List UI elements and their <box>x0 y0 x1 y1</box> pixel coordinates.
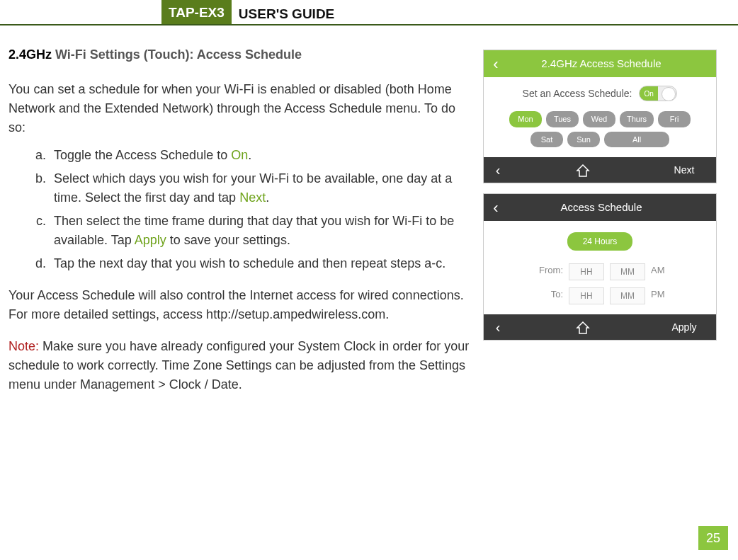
fig2-body: 24 Hours From: HH MM AM To: HH MM PM <box>484 221 716 314</box>
section-title-rest: Wi-Fi Settings (Touch): Access Schedule <box>52 47 302 62</box>
toggle-on[interactable]: On <box>639 86 677 101</box>
fig1-body: Set an Access Schedule: On Mon Tues Wed … <box>484 77 716 157</box>
note-text: Make sure you have already configured yo… <box>8 339 469 392</box>
footer-back-icon[interactable]: ‹ <box>484 159 512 181</box>
from-mm[interactable]: MM <box>610 263 645 280</box>
to-hh[interactable]: HH <box>569 287 604 304</box>
after-paragraph: Your Access Schedule will also control t… <box>8 286 470 324</box>
fig1-set-row: Set an Access Schedule: On <box>494 86 706 101</box>
step-d: Tap the next day that you wish to schedu… <box>50 254 470 273</box>
intro-paragraph: You can set a schedule for when your Wi-… <box>8 80 470 137</box>
fig2-footer: ‹ Apply <box>484 314 716 340</box>
doc-header: TAP-EX3 USER'S GUIDE <box>0 0 738 25</box>
to-ampm[interactable]: PM <box>651 287 679 304</box>
note-paragraph: Note: Make sure you have already configu… <box>8 337 470 394</box>
section-title: 2.4GHz Wi-Fi Settings (Touch): Access Sc… <box>8 45 470 64</box>
day-pill-wed[interactable]: Wed <box>583 111 615 127</box>
fig2-apply-button[interactable]: Apply <box>652 320 716 335</box>
from-label: From: <box>521 263 563 280</box>
day-pill-all[interactable]: All <box>604 132 669 148</box>
step-c-apply: Apply <box>135 233 166 247</box>
to-label: To: <box>521 287 563 304</box>
step-b: Select which days you wish for your Wi-F… <box>50 169 470 207</box>
footer-back-icon[interactable]: ‹ <box>484 316 512 338</box>
fig1-next-button[interactable]: Next <box>652 163 716 178</box>
step-a-pre: Toggle the Access Schedule to <box>54 148 231 162</box>
step-c: Then select the time frame during that d… <box>50 212 470 250</box>
time-grid: From: HH MM AM To: HH MM PM <box>494 263 706 304</box>
hours-badge[interactable]: 24 Hours <box>567 232 633 251</box>
text-column: 2.4GHz Wi-Fi Settings (Touch): Access Sc… <box>8 45 470 403</box>
fig1-footer: ‹ Next <box>484 157 716 183</box>
footer-home[interactable] <box>512 321 652 333</box>
day-pill-fri[interactable]: Fri <box>658 111 691 127</box>
figure-column: ‹ 2.4GHz Access Schedule Set an Access S… <box>483 45 717 403</box>
back-icon[interactable]: ‹ <box>484 50 508 77</box>
day-pills: Mon Tues Wed Thurs Fri Sat Sun All <box>494 111 706 147</box>
fig1-header: ‹ 2.4GHz Access Schedule <box>484 50 716 77</box>
step-a: Toggle the Access Schedule to On. <box>50 146 470 165</box>
from-hh[interactable]: HH <box>569 263 604 280</box>
fig1-title: 2.4GHz Access Schedule <box>508 56 716 72</box>
fig2-title: Access Schedule <box>508 200 716 216</box>
step-c-post: to save your settings. <box>166 233 290 247</box>
page-number: 25 <box>698 526 728 550</box>
day-pill-tues[interactable]: Tues <box>546 111 579 127</box>
home-icon <box>576 321 589 333</box>
step-a-post: . <box>248 148 251 162</box>
day-pill-sun[interactable]: Sun <box>567 132 600 148</box>
back-icon[interactable]: ‹ <box>484 194 508 221</box>
fig2-panel: ‹ Access Schedule 24 Hours From: HH MM A… <box>483 193 717 341</box>
step-b-post: . <box>266 190 269 205</box>
fig1-panel: ‹ 2.4GHz Access Schedule Set an Access S… <box>483 50 717 183</box>
home-icon <box>576 164 589 176</box>
day-pill-thurs[interactable]: Thurs <box>620 111 654 127</box>
step-b-next: Next <box>239 190 266 205</box>
model-badge: TAP-EX3 <box>161 0 232 24</box>
step-a-on: On <box>231 148 248 162</box>
steps-list: Toggle the Access Schedule to On. Select… <box>8 146 470 273</box>
section-title-ghz: 2.4GHz <box>8 47 52 62</box>
fig1-set-label: Set an Access Schedule: <box>523 86 632 101</box>
to-mm[interactable]: MM <box>610 287 645 304</box>
header-spacer <box>0 0 161 24</box>
footer-home[interactable] <box>512 164 652 176</box>
note-label: Note: <box>8 339 39 353</box>
day-pill-mon[interactable]: Mon <box>509 111 542 127</box>
day-pill-sat[interactable]: Sat <box>530 132 563 148</box>
fig2-header: ‹ Access Schedule <box>484 194 716 221</box>
guide-title: USER'S GUIDE <box>232 0 334 24</box>
from-ampm[interactable]: AM <box>651 263 679 280</box>
